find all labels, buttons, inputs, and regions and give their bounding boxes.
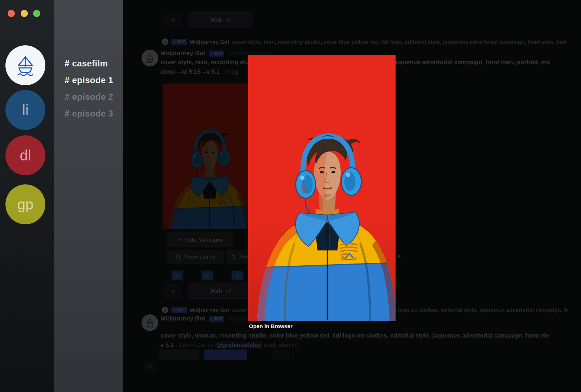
reply-author: Midjourney Bot <box>190 39 229 45</box>
message-avatar[interactable] <box>142 50 158 66</box>
bot-badge: ✓ BOT <box>171 39 187 45</box>
open-in-browser-link[interactable]: Open in Browser <box>249 323 292 329</box>
prompt-params: close --ar 9:16 --v 5.1 <box>160 68 220 75</box>
channel-sidebar: # casefilm # episode 1 # episode 2 # epi… <box>54 0 123 392</box>
web-button[interactable]: Web <box>188 283 253 299</box>
heart-icon: ♥ <box>171 287 175 295</box>
reply-preview: cover style, man, recording studio, colo… <box>232 39 567 45</box>
window-minimize-button[interactable] <box>21 10 28 17</box>
add-reaction-button[interactable]: + <box>144 362 157 372</box>
author-name: Midjourney Bot <box>160 50 205 57</box>
bot-badge: ✓ BOT <box>209 50 225 57</box>
channel-label: # episode 3 <box>65 109 113 119</box>
server-initials: dl <box>20 147 31 164</box>
arrow-up-icon: ↑ <box>232 271 243 280</box>
verified-check-icon: ✓ <box>211 317 214 321</box>
window-maximize-button[interactable] <box>33 10 40 17</box>
sparkle-icon: ✦ <box>177 237 181 242</box>
pan-up-button[interactable]: ↑ <box>230 269 245 282</box>
channel-item-casefilm[interactable]: # casefilm <box>54 55 123 72</box>
web-button[interactable]: Web <box>188 12 253 28</box>
bot-badge: ✓ BOT <box>209 316 225 322</box>
server-icon-li[interactable]: li <box>5 90 45 130</box>
prompt-suffix: - Imag <box>220 68 238 75</box>
server-initials: gp <box>17 196 34 213</box>
heart-reaction[interactable]: ♥ <box>164 13 182 27</box>
plus-icon: + <box>148 363 152 371</box>
channel-item-episode2[interactable]: # episode 2 <box>54 89 123 105</box>
heart-reaction[interactable]: ♥ <box>164 284 182 298</box>
reply-author: Midjourney Bot <box>190 307 229 313</box>
lightbox-image[interactable] <box>248 55 396 321</box>
bot-badge-label: BOT <box>215 52 222 56</box>
magnifier-icon <box>231 254 236 260</box>
server-icon-midjourney[interactable] <box>5 45 45 85</box>
verified-check-icon: ✓ <box>211 52 214 56</box>
zoom-out-2x-button[interactable]: Zoom Out 2x <box>167 250 224 264</box>
channel-label: # episode 1 <box>65 75 113 85</box>
midjourney-avatar-icon <box>162 307 168 313</box>
user-mention[interactable]: @grabarzatplay <box>215 342 262 348</box>
message-image-thumbnail[interactable] <box>163 83 250 229</box>
message-prompt-line2: v 5.1 - Zoom Out by @grabarzatplay (fast… <box>160 342 580 348</box>
dimmed-primary-button-stub[interactable] <box>204 350 247 360</box>
prompt-suffix: - Zoom Out by <box>174 342 216 348</box>
sailboat-icon <box>144 317 155 328</box>
sailboat-icon <box>144 53 155 64</box>
prompt-suffix-tail: (fast, stealth) <box>262 342 299 348</box>
web-button-label: Web <box>210 288 222 294</box>
message-avatar[interactable] <box>142 314 158 331</box>
server-icon-gp[interactable]: gp <box>5 184 45 224</box>
channel-item-episode3[interactable]: # episode 3 <box>54 105 123 122</box>
zoom-out-2x-label: Zoom Out 2x <box>184 254 216 260</box>
bot-badge-label: BOT <box>215 317 222 321</box>
bot-badge-label: BOT <box>177 40 185 44</box>
server-rail: li dl gp <box>0 0 54 392</box>
web-button-label: Web <box>210 17 222 23</box>
verified-check-icon: ✓ <box>173 308 176 312</box>
thumbnail-portrait <box>163 83 250 229</box>
message-prompt-line1: cover style, woman, recording studio, co… <box>160 332 580 339</box>
magnifier-icon <box>176 254 181 260</box>
window-close-button[interactable] <box>8 10 15 17</box>
arrow-right-icon: → <box>202 271 213 280</box>
prompt-params: v 5.1 <box>160 342 174 348</box>
portrait-man-headphones <box>248 55 396 321</box>
channel-label: # casefilm <box>65 58 108 69</box>
bot-badge: ✓ BOT <box>171 307 187 313</box>
server-icon-dl[interactable]: dl <box>5 135 45 175</box>
verified-check-icon: ✓ <box>173 40 176 44</box>
author-name: Midjourney Bot <box>160 315 205 322</box>
dimmed-button-stub[interactable] <box>273 350 290 359</box>
channel-label: # episode 2 <box>65 92 113 102</box>
reply-context[interactable]: ✓ BOT Midjourney Bot cover style, man, r… <box>162 38 579 45</box>
sailboat-icon <box>14 54 37 77</box>
make-square-label-fragment: e <box>398 253 401 259</box>
midjourney-avatar-icon <box>162 38 168 45</box>
pan-left-button[interactable]: ← <box>170 269 184 282</box>
external-link-icon <box>226 17 231 23</box>
pan-right-button[interactable]: → <box>200 269 214 282</box>
zoom-out-15x-label-fragment: Zoo <box>239 254 249 260</box>
make-variations-label: Make Variations <box>184 237 223 243</box>
app-window: li dl gp # casefilm # episode 1 # episod… <box>0 0 581 392</box>
server-initials: li <box>22 102 29 118</box>
bot-badge-label: BOT <box>177 308 185 312</box>
make-variations-button[interactable]: ✦ Make Variations <box>167 232 233 247</box>
arrow-left-icon: ← <box>172 271 183 280</box>
channel-item-episode1[interactable]: # episode 1 <box>54 72 123 89</box>
dimmed-button-stub[interactable] <box>159 350 199 360</box>
heart-icon: ♥ <box>171 16 175 24</box>
external-link-icon <box>226 289 231 294</box>
